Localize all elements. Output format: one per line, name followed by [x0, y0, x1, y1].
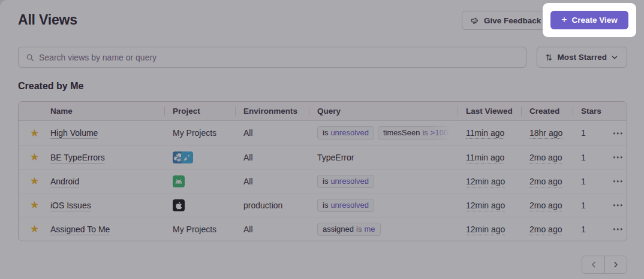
star-icon[interactable]: ★: [30, 152, 39, 162]
page-title: All Views: [18, 12, 77, 28]
query-token-chip: assignedisme: [317, 223, 381, 236]
query-part-op: is: [356, 225, 362, 233]
last-viewed-value: 11min ago: [466, 128, 504, 139]
environments-cell: All: [235, 153, 309, 162]
query-part-value: unresolved: [330, 201, 369, 210]
view-name-link[interactable]: Android: [50, 177, 79, 187]
chevron-down-icon: [612, 54, 618, 61]
row-menu-button[interactable]: ⋯: [610, 175, 625, 187]
chevron-right-icon: [612, 261, 619, 268]
apple-icon: [173, 199, 185, 211]
search-input[interactable]: [39, 53, 519, 62]
give-feedback-label: Give Feedback: [484, 16, 541, 25]
query-part-field: TypeError: [317, 153, 354, 162]
last-viewed-cell: 12min ago: [458, 225, 521, 234]
query-token-chip: timesSeenis>100: [378, 126, 453, 140]
table-row[interactable]: ★ Assigned To Me My Projects All assigne…: [19, 217, 627, 241]
query-cell: isunresolved: [309, 175, 458, 188]
search-box: [18, 47, 526, 68]
previous-page-button[interactable]: [582, 256, 604, 273]
query-token-chip: isunresolved: [317, 175, 374, 188]
project-platform-icons: [173, 151, 235, 163]
all-views-page: All Views Give Feedback ⇅ Most Starred C…: [0, 0, 644, 279]
environments-cell: All: [235, 225, 309, 234]
next-page-button[interactable]: [604, 256, 627, 273]
star-cell: ★: [19, 224, 50, 234]
table-body: ★ High Volume My Projects All isunresolv…: [19, 121, 627, 241]
table-row[interactable]: ★ BE TypeErrors All TypeError 11min ago …: [19, 145, 627, 169]
query-cell: isunresolvedtimesSeenis>100: [309, 126, 458, 140]
create-view-label: Create View: [572, 16, 618, 25]
query-part-field: is: [323, 128, 328, 137]
sort-dropdown-button[interactable]: ⇅ Most Starred: [537, 47, 627, 68]
column-header-project: Project: [164, 107, 235, 116]
create-view-button[interactable]: + Create View: [550, 11, 628, 29]
query-cell: assignedisme: [309, 223, 458, 236]
create-view-spotlight: + Create View: [543, 3, 636, 37]
row-menu-button[interactable]: ⋯: [610, 199, 625, 211]
stars-count: 1: [573, 225, 609, 234]
table-row[interactable]: ★ Android All isunresolved 12min ago 2mo…: [19, 169, 627, 193]
row-menu-button[interactable]: ⋯: [610, 127, 625, 140]
star-icon[interactable]: ★: [30, 176, 39, 186]
star-icon[interactable]: ★: [30, 128, 39, 138]
query-part-field: timesSeen: [383, 128, 420, 137]
query-part-value: me: [364, 225, 375, 233]
star-cell: ★: [19, 128, 50, 138]
project-cell: [164, 175, 235, 187]
view-name-link[interactable]: Assigned To Me: [50, 225, 110, 235]
environments-cell: All: [235, 177, 309, 186]
environments-cell: production: [235, 201, 309, 210]
give-feedback-button[interactable]: Give Feedback: [462, 11, 549, 30]
view-name-link[interactable]: BE TypeErrors: [50, 153, 105, 163]
sort-label: Most Starred: [558, 53, 607, 62]
views-table: Name Project Environments Query Last Vie…: [18, 101, 627, 241]
query-part-field: assigned: [323, 225, 354, 233]
column-header-created: Created: [521, 107, 573, 116]
environments-cell: All: [235, 128, 309, 138]
project-cell: [164, 151, 235, 163]
view-name-link[interactable]: High Volume: [50, 128, 98, 139]
column-header-environments: Environments: [235, 107, 309, 116]
created-value: 2mo ago: [529, 153, 562, 163]
last-viewed-value: 12min ago: [466, 201, 505, 211]
table-row[interactable]: ★ iOS Issues production isunresolved 12m…: [19, 193, 627, 217]
last-viewed-cell: 11min ago: [458, 128, 521, 138]
query-part-field: is: [323, 201, 328, 210]
chevron-left-icon: [590, 261, 597, 268]
stars-count: 1: [573, 201, 609, 210]
project-cell: [164, 199, 235, 211]
project-platform-icons: [173, 199, 235, 211]
query-token-chip: isunresolved: [317, 126, 374, 140]
stars-count: 1: [573, 177, 609, 186]
last-viewed-value: 11min ago: [466, 153, 504, 163]
row-menu-button[interactable]: ⋯: [610, 223, 625, 235]
actions-cell: ⋯: [609, 223, 627, 235]
column-header-stars: Stars: [573, 107, 609, 116]
actions-cell: ⋯: [609, 199, 627, 211]
actions-cell: ⋯: [609, 175, 627, 187]
view-name-link[interactable]: iOS Issues: [50, 201, 91, 211]
stars-count: 1: [573, 153, 609, 162]
star-icon[interactable]: ★: [30, 200, 39, 210]
star-cell: ★: [19, 152, 50, 162]
query-part-field: is: [323, 177, 328, 186]
project-label: My Projects: [173, 225, 216, 234]
star-icon[interactable]: ★: [30, 224, 39, 234]
column-header-last-viewed: Last Viewed: [458, 107, 521, 116]
table-row[interactable]: ★ High Volume My Projects All isunresolv…: [19, 121, 627, 145]
search-icon: [26, 53, 34, 62]
created-cell: 18hr ago: [521, 128, 573, 138]
last-viewed-cell: 12min ago: [458, 177, 521, 186]
nest-icon: [181, 151, 193, 163]
project-platform-icons: [173, 175, 235, 187]
last-viewed-cell: 12min ago: [458, 201, 521, 210]
last-viewed-value: 12min ago: [466, 177, 505, 187]
project-cell: My Projects: [164, 128, 235, 138]
query-token-text: TypeError: [317, 153, 354, 162]
created-value: 2mo ago: [529, 225, 562, 235]
row-menu-button[interactable]: ⋯: [610, 151, 625, 163]
last-viewed-value: 12min ago: [466, 225, 505, 235]
name-cell: BE TypeErrors: [50, 153, 164, 162]
column-header-query: Query: [309, 107, 458, 116]
